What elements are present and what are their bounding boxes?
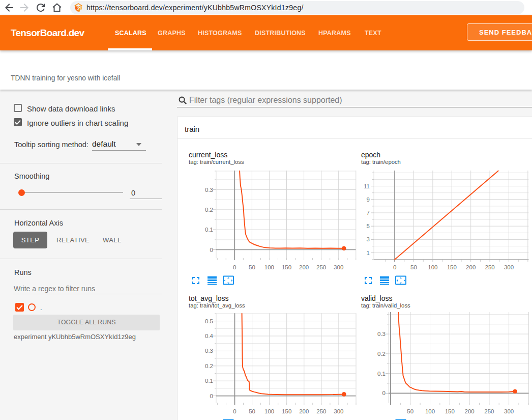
- svg-text:250: 250: [316, 408, 326, 414]
- svg-text:0.2: 0.2: [205, 207, 213, 213]
- svg-text:250: 250: [484, 408, 494, 414]
- svg-text:100: 100: [264, 408, 274, 414]
- svg-text:0.3: 0.3: [377, 331, 386, 337]
- svg-text:0.3: 0.3: [205, 187, 213, 193]
- svg-text:0: 0: [233, 264, 236, 270]
- svg-text:1: 1: [367, 250, 370, 256]
- svg-text:200: 200: [299, 264, 309, 270]
- svg-text:0: 0: [210, 393, 213, 399]
- svg-text:300: 300: [334, 264, 343, 270]
- svg-text:0.1: 0.1: [205, 378, 213, 384]
- svg-text:0: 0: [382, 390, 386, 396]
- svg-text:0.2: 0.2: [205, 363, 213, 369]
- svg-text:0.2: 0.2: [377, 351, 386, 357]
- svg-text:200: 200: [299, 408, 309, 414]
- svg-text:150: 150: [445, 408, 455, 414]
- svg-text:250: 250: [316, 264, 326, 270]
- svg-text:0: 0: [210, 247, 213, 253]
- svg-text:150: 150: [282, 408, 291, 414]
- svg-text:150: 150: [282, 264, 291, 270]
- svg-text:100: 100: [425, 408, 435, 414]
- svg-text:0: 0: [393, 264, 396, 270]
- svg-text:7: 7: [367, 210, 370, 216]
- svg-text:0.5: 0.5: [205, 318, 213, 324]
- svg-text:300: 300: [504, 264, 514, 270]
- svg-text:200: 200: [465, 408, 475, 414]
- svg-text:100: 100: [428, 264, 437, 270]
- svg-text:200: 200: [466, 264, 476, 270]
- svg-text:50: 50: [249, 264, 255, 270]
- svg-text:0.1: 0.1: [377, 371, 386, 377]
- svg-text:250: 250: [485, 264, 495, 270]
- svg-text:150: 150: [447, 264, 457, 270]
- svg-text:0.1: 0.1: [205, 227, 213, 233]
- svg-text:0: 0: [233, 408, 236, 414]
- svg-text:11: 11: [364, 183, 370, 189]
- svg-text:50: 50: [407, 408, 413, 414]
- svg-text:300: 300: [504, 408, 514, 414]
- svg-text:100: 100: [264, 264, 274, 270]
- svg-text:0.4: 0.4: [205, 333, 214, 339]
- svg-text:50: 50: [410, 264, 417, 270]
- svg-text:300: 300: [334, 408, 343, 414]
- svg-text:0.3: 0.3: [205, 348, 213, 354]
- svg-text:50: 50: [249, 408, 255, 414]
- svg-text:5: 5: [367, 223, 370, 229]
- svg-text:3: 3: [367, 236, 370, 242]
- svg-text:9: 9: [367, 197, 370, 203]
